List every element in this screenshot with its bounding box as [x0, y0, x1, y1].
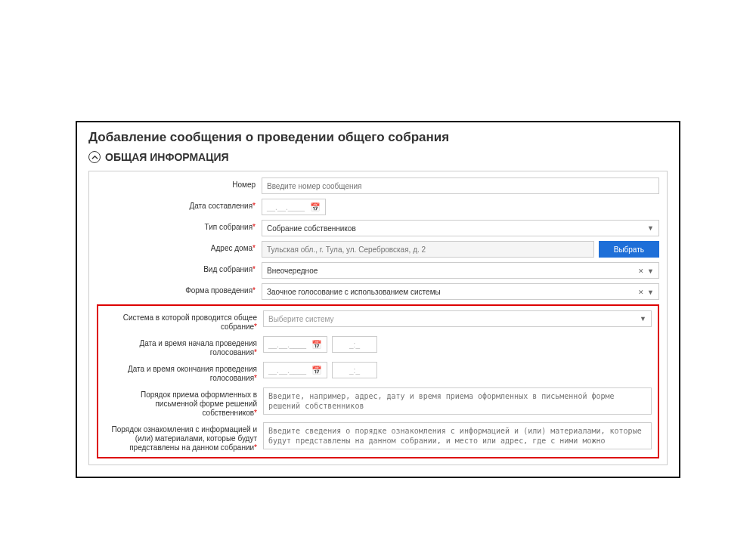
section-header[interactable]: ОБЩАЯ ИНФОРМАЦИЯ	[88, 151, 668, 163]
row-number: Номер	[97, 177, 659, 194]
chevron-down-icon: ▼	[647, 224, 654, 232]
row-house-address: Адрес дома* Выбрать	[97, 241, 659, 258]
meeting-form-select[interactable]: Заочное голосование с использованием сис…	[262, 283, 659, 300]
clear-icon[interactable]: ✕	[638, 267, 644, 275]
system-select[interactable]: Выберите систему ▼	[263, 310, 652, 327]
label-written-order: Порядок приема оформленных в письменной …	[104, 387, 257, 418]
row-info-order: Порядок ознакомления с информацией и (ил…	[104, 422, 652, 452]
chevron-down-icon: ▼	[647, 289, 654, 296]
calendar-icon[interactable]: 📅	[311, 340, 322, 350]
row-written-order: Порядок приема оформленных в письменной …	[104, 387, 652, 418]
chevron-down-icon: ▼	[647, 267, 654, 275]
row-meeting-kind: Вид собрания* Внеочередное ✕▼	[97, 262, 659, 279]
clear-icon[interactable]: ✕	[638, 289, 644, 296]
label-vote-start: Дата и время начала проведения голосован…	[104, 336, 257, 357]
label-meeting-form: Форма проведения*	[97, 283, 256, 295]
form-box: Номер Дата составления* __.__.____ 📅 Тип…	[88, 171, 668, 465]
label-info-order: Порядок ознакомления с информацией и (ил…	[104, 422, 257, 452]
label-system: Система в которой проводится общее собра…	[104, 310, 257, 332]
row-vote-end: Дата и время окончания проведения голосо…	[104, 362, 652, 383]
select-button[interactable]: Выбрать	[599, 241, 659, 258]
label-meeting-kind: Вид собрания*	[97, 262, 256, 274]
calendar-icon[interactable]: 📅	[310, 202, 321, 212]
written-order-textarea[interactable]	[263, 387, 652, 415]
label-vote-end: Дата и время окончания проведения голосо…	[104, 362, 257, 383]
calendar-icon[interactable]: 📅	[311, 366, 322, 375]
label-number: Номер	[97, 177, 256, 190]
house-address-input	[262, 241, 594, 258]
info-order-textarea[interactable]	[263, 422, 652, 449]
number-input[interactable]	[262, 177, 659, 194]
collapse-icon[interactable]	[88, 151, 101, 163]
page-title: Добавление сообщения о проведении общего…	[88, 130, 668, 145]
meeting-kind-select[interactable]: Внеочередное ✕▼	[262, 262, 659, 279]
section-title: ОБЩАЯ ИНФОРМАЦИЯ	[105, 151, 229, 163]
meeting-type-select[interactable]: Собрание собственников ▼	[262, 220, 659, 236]
form-container: Добавление сообщения о проведении общего…	[76, 121, 680, 478]
row-date-created: Дата составления* __.__.____ 📅	[97, 199, 659, 215]
vote-start-time-input[interactable]: _:_	[332, 336, 377, 353]
label-meeting-type: Тип собрания*	[97, 220, 256, 232]
vote-start-date-input[interactable]: __.__.____ 📅	[263, 336, 327, 353]
vote-end-time-input[interactable]: _:_	[332, 362, 377, 378]
row-meeting-form: Форма проведения* Заочное голосование с …	[97, 283, 659, 300]
row-system: Система в которой проводится общее собра…	[104, 310, 652, 332]
date-created-input[interactable]: __.__.____ 📅	[262, 199, 326, 215]
label-date-created: Дата составления*	[97, 199, 256, 211]
vote-end-date-input[interactable]: __.__.____ 📅	[263, 362, 327, 378]
row-meeting-type: Тип собрания* Собрание собственников ▼	[97, 220, 659, 236]
highlighted-section: Система в которой проводится общее собра…	[97, 304, 659, 458]
chevron-down-icon: ▼	[640, 315, 646, 323]
label-house-address: Адрес дома*	[97, 241, 256, 253]
row-vote-start: Дата и время начала проведения голосован…	[104, 336, 652, 357]
